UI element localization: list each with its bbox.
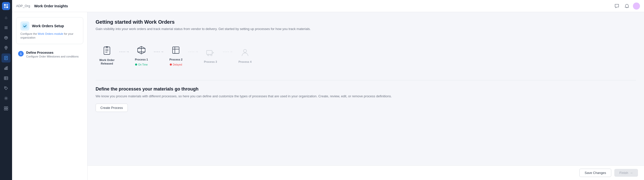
header-title: Work Order Insights [34,4,68,8]
save-changes-button[interactable]: Save Changes [579,169,611,177]
process-4-label: Process 4 [238,60,252,64]
svg-rect-2 [4,6,6,8]
svg-rect-3 [6,6,8,8]
process-2-icon [170,45,181,56]
work-order-label: Work OrderReleased [99,58,114,66]
sidebar-item-chart[interactable] [2,64,11,73]
svg-point-7 [5,27,6,28]
svg-rect-28 [6,107,8,108]
sidebar-item-grid[interactable] [2,23,11,32]
define-processes-description: We know you procure materials with diffe… [96,94,636,99]
process-1-status: On Time [135,63,148,66]
svg-rect-1 [6,4,8,6]
svg-rect-29 [4,109,6,110]
app-logo [2,2,10,10]
process-4-icon [239,47,251,58]
svg-point-43 [244,49,247,52]
process-3-icon [205,47,216,58]
svg-point-13 [6,47,7,48]
setup-card-title: Work Orders Setup [32,24,64,28]
svg-rect-37 [173,47,179,53]
svg-point-25 [5,87,6,88]
header: ADP_Org Work Order Insights [12,0,644,12]
process-flow: Work OrderReleased - - - - → Process 1 O… [96,39,636,72]
svg-point-10 [5,28,6,29]
create-process-button[interactable]: Create Process [96,104,128,112]
svg-point-5 [6,26,7,27]
svg-rect-36 [106,46,108,48]
flow-arrow-1: - - - - → [119,50,129,54]
process-3-label: Process 3 [204,60,217,64]
setup-icon [20,21,29,31]
menu-item-content: Define Processes Configure Order Milesto… [26,51,79,58]
sidebar-item-location[interactable] [2,43,11,52]
sidebar-item-settings[interactable] [2,94,11,103]
right-panel: Getting started with Work Orders Gain vi… [88,12,644,180]
process-2-status-dot [170,64,172,66]
chat-icon[interactable] [613,2,621,10]
svg-rect-40 [207,50,212,54]
notification-icon[interactable] [623,2,631,10]
svg-point-8 [6,27,7,28]
flow-node-process-2: Process 2 Delayed [165,45,187,66]
main-container: ADP_Org Work Order Insights Work Orders … [12,0,644,180]
svg-point-42 [211,54,212,56]
left-panel: Work Orders Setup Configure the Work Ord… [12,12,88,180]
svg-point-41 [208,54,209,56]
setup-card-header: Work Orders Setup [20,21,79,31]
right-content: Getting started with Work Orders Gain vi… [88,12,644,165]
process-1-status-dot [135,64,137,66]
content-area: Work Orders Setup Configure the Work Ord… [12,12,644,180]
menu-item-title: Define Processes [26,51,79,54]
sidebar-item-table[interactable] [2,74,11,83]
flow-arrow-2: - - - - → [154,50,164,54]
svg-rect-20 [7,67,8,70]
svg-point-4 [5,26,6,27]
finish-button: Finish → [614,169,638,177]
work-order-released-icon [101,45,112,56]
svg-rect-18 [5,68,5,70]
footer: Save Changes Finish → [88,165,644,180]
header-org: ADP_Org [16,4,30,8]
process-1-icon [136,45,147,56]
sidebar-item-box[interactable] [2,33,11,42]
svg-rect-21 [4,77,8,80]
process-2-status-text: Delayed [173,63,182,66]
svg-point-9 [7,27,8,28]
sidebar-item-tag[interactable] [2,84,11,93]
menu-item-number: 1 [18,51,24,56]
getting-started-title: Getting started with Work Orders [96,19,636,25]
svg-rect-0 [4,4,6,6]
process-1-label: Process 1 [135,58,148,61]
finish-label: Finish [619,171,628,175]
svg-rect-27 [4,107,6,108]
sidebar-item-apps[interactable] [2,104,11,113]
process-2-status: Delayed [170,63,182,66]
process-2-label: Process 2 [169,58,182,61]
flow-node-process-1: Process 1 On Time [130,45,153,66]
flow-node-process-4: Process 4 [234,47,256,64]
setup-card: Work Orders Setup Configure the Work Ord… [16,17,83,44]
svg-point-12 [7,28,8,29]
svg-point-6 [7,26,8,27]
menu-item-define-processes[interactable]: 1 Define Processes Configure Order Miles… [16,48,83,61]
flow-arrow-4: - - - - → [223,50,233,54]
flow-node-work-order-released: Work OrderReleased [96,45,118,66]
section-divider [96,80,636,80]
getting-started-description: Gain visibility into your work orders an… [96,26,636,32]
svg-point-11 [6,28,7,29]
svg-rect-31 [22,23,27,28]
process-1-status-text: On Time [138,63,148,66]
define-processes-title: Define the processes your materials go t… [96,86,636,92]
user-avatar[interactable] [633,3,640,10]
svg-rect-19 [6,67,7,70]
svg-rect-30 [6,109,8,110]
menu-item-desc: Configure Order Milestones and condition… [26,55,79,58]
svg-point-26 [6,98,7,99]
sidebar-item-home[interactable]: ⌂ [2,13,11,22]
setup-card-description: Configure the Work Orders module for you… [20,32,79,40]
sidebar-item-workorders[interactable] [2,53,11,63]
work-orders-link[interactable]: Work Orders module [38,32,63,35]
finish-arrow: → [630,171,633,175]
flow-arrow-3: - - - - → [188,50,198,54]
